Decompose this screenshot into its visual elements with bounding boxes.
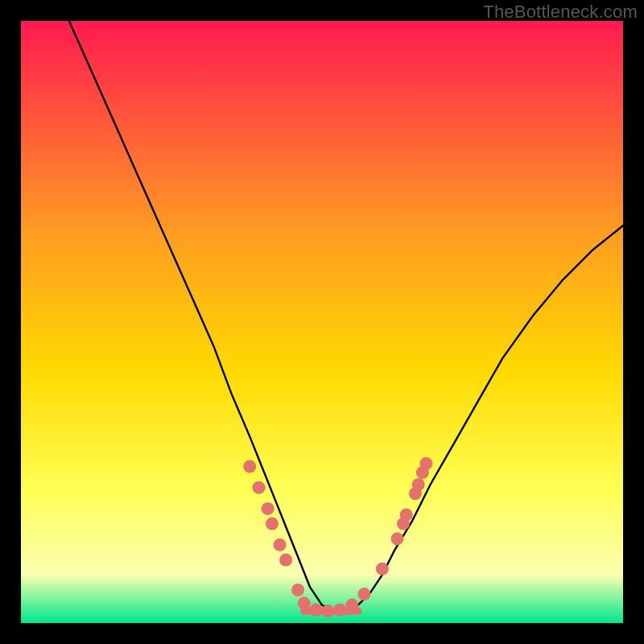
- marker-dot: [400, 508, 413, 521]
- marker-dot: [357, 588, 370, 601]
- gradient-background: [21, 21, 623, 623]
- marker-dot: [253, 481, 266, 494]
- marker-dot: [279, 554, 292, 567]
- chart-plot-area: [21, 21, 623, 623]
- marker-dot: [266, 518, 279, 530]
- marker-dot: [274, 539, 287, 551]
- marker-dot: [310, 604, 323, 617]
- marker-dot: [333, 604, 346, 617]
- marker-dot: [391, 532, 404, 545]
- marker-dot: [376, 563, 389, 576]
- marker-dot: [412, 478, 425, 491]
- marker-dot: [243, 460, 256, 473]
- marker-dot: [291, 584, 304, 597]
- marker-dot: [419, 457, 432, 470]
- watermark-text: TheBottleneck.com: [483, 2, 638, 23]
- marker-dot: [345, 599, 358, 612]
- chart-frame: TheBottleneck.com: [0, 0, 644, 644]
- marker-dot: [262, 502, 275, 515]
- marker-dot: [298, 597, 311, 609]
- marker-dot: [322, 605, 335, 617]
- chart-svg: [21, 21, 623, 623]
